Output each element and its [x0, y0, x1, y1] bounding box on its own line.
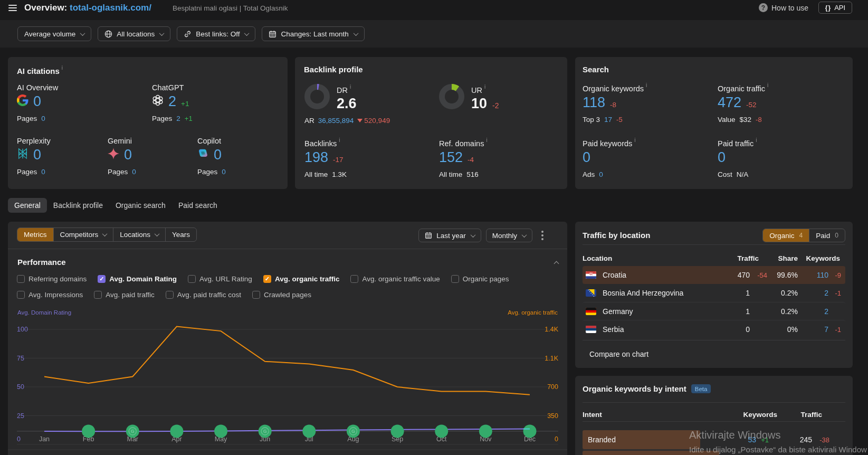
keywords-by-intent-title: Organic keywords by intentBeta [583, 384, 711, 393]
google-update-marker[interactable]: G [347, 424, 360, 438]
metric-checkbox-label: Avg. URL Rating [199, 275, 252, 283]
location-traffic: 1 [746, 289, 750, 297]
how-to-use-link[interactable]: ? How to use [759, 3, 808, 12]
tab-organic-search[interactable]: Organic search [109, 198, 172, 213]
ai-citations-count[interactable]: 0 [214, 147, 222, 163]
info-icon: i [484, 84, 485, 90]
location-row-germany[interactable]: Germany10.2%2 [583, 302, 845, 320]
triangle-down-icon [357, 119, 363, 122]
traffic-by-location-title: Traffic by location [583, 231, 650, 240]
ai-item-copilot: Copilot 0 Pages0 [197, 137, 226, 176]
more-options-kebab-icon[interactable] [537, 228, 548, 243]
braces-icon: {} [825, 4, 831, 12]
segment-locations[interactable]: Locations [113, 228, 166, 241]
ai-citations-count[interactable]: 2 [168, 93, 176, 110]
ai-citations-count[interactable]: 0 [33, 93, 41, 110]
granularity-dropdown[interactable]: Monthly [486, 229, 532, 242]
copilot-icon [197, 147, 209, 163]
metric-checkbox-avg-paid-traffic[interactable]: Avg. paid traffic [94, 291, 155, 299]
changes-filter-dropdown[interactable]: Changes: Last month [262, 26, 364, 41]
google-update-marker[interactable] [479, 424, 492, 438]
organic-count: 4 [799, 232, 803, 239]
ai-citations-title: AI citationsi [17, 65, 63, 75]
google-update-marker[interactable] [82, 424, 95, 438]
tab-backlink-profile[interactable]: Backlink profile [47, 198, 109, 213]
compare-on-chart-link[interactable]: Compare on chart [589, 350, 648, 358]
ai-citations-count[interactable]: 0 [33, 147, 41, 163]
globe-icon [104, 30, 112, 38]
backlink-profile-title: Backlink profile [304, 65, 363, 74]
intent-table-header: Intent Keywords Traffic [583, 407, 845, 421]
google-g-icon: G [351, 429, 355, 434]
toggle-organic[interactable]: Organic4 [763, 229, 809, 242]
metric-checkbox-crawled-pages[interactable]: Crawled pages [252, 291, 311, 299]
chart-period-controls: Last year Monthly [418, 228, 548, 243]
paid-traffic-count[interactable]: 0 [718, 149, 726, 166]
metric-checkbox-avg-url-rating[interactable]: Avg. URL Rating [188, 275, 252, 283]
google-update-marker[interactable] [435, 424, 448, 438]
metric-checkbox-avg-organic-traffic-value[interactable]: Avg. organic traffic value [350, 275, 440, 283]
intent-row-non-branded[interactable]: Non-branded65-9227-45 [583, 450, 845, 455]
google-update-marker[interactable] [391, 424, 404, 438]
hamburger-menu-icon[interactable] [8, 5, 17, 12]
backlinks-stat: Backlinksi 198-17 All time1.3K [304, 137, 347, 178]
paid-keywords-count[interactable]: 0 [583, 149, 590, 166]
api-button[interactable]: {} API [818, 2, 852, 14]
tab-general[interactable]: General [8, 198, 47, 213]
metric-checkbox-referring-domains[interactable]: Referring domains [17, 275, 87, 283]
period-label: Last year [436, 232, 466, 240]
google-update-marker[interactable]: G [259, 424, 272, 438]
pages-count[interactable]: 0 [41, 168, 45, 176]
location-row-croatia[interactable]: Croatia470-5499.6%110-9 [583, 266, 845, 284]
pages-count[interactable]: 0 [132, 168, 136, 176]
metric-checkbox-label: Referring domains [28, 275, 87, 283]
organic-traffic-count[interactable]: 472 [718, 94, 741, 111]
backlinks-delta: -17 [333, 156, 344, 164]
tab-paid-search[interactable]: Paid search [172, 198, 224, 213]
location-keywords: 110 [817, 271, 828, 279]
ar-value[interactable]: 36,855,894 [318, 117, 354, 125]
best-links-filter-dropdown[interactable]: Best links: Off [177, 26, 255, 41]
locations-filter-dropdown[interactable]: All locations [98, 26, 170, 41]
domain-link[interactable]: total-oglasnik.com/ [70, 3, 151, 13]
metric-checkbox-avg-organic-traffic[interactable]: ✓Avg. organic traffic [263, 275, 340, 283]
google-update-marker[interactable] [302, 424, 316, 438]
metric-checkbox-avg-domain-rating[interactable]: ✓Avg. Domain Rating [98, 275, 177, 283]
metric-checkbox-avg-paid-traffic-cost[interactable]: Avg. paid traffic cost [166, 291, 241, 299]
col-keywords: Keywords [719, 411, 777, 419]
google-update-marker[interactable] [214, 424, 227, 438]
volume-filter-dropdown[interactable]: Average volume [17, 26, 91, 41]
period-dropdown[interactable]: Last year [418, 229, 481, 242]
segment-years[interactable]: Years [166, 228, 196, 241]
top3-count[interactable]: 17 [604, 116, 612, 124]
toggle-paid[interactable]: Paid0 [809, 229, 845, 242]
ai-citations-count[interactable]: 0 [124, 147, 132, 163]
pages-count[interactable]: 2 [176, 115, 180, 122]
pages-count[interactable]: 0 [222, 168, 226, 176]
segment-competitors[interactable]: Competitors [54, 228, 114, 241]
performance-line-chart[interactable]: 025507510003507001.1K1.4KJanFebMarAprMay… [8, 317, 567, 455]
info-icon: i [767, 82, 768, 88]
google-update-marker[interactable]: G [126, 424, 139, 438]
alltime-label: All time [304, 170, 328, 178]
left-axis-tick: 100 [17, 326, 28, 333]
segment-metrics[interactable]: Metrics [17, 228, 54, 241]
location-row-bosnia-and-herzegovina[interactable]: Bosnia And Herzegovina10.2%2-1 [583, 284, 845, 302]
google-g-icon: G [131, 429, 135, 434]
intent-row-branded[interactable]: Branded53+1245-38 [583, 430, 845, 450]
organic-keywords-count[interactable]: 118 [583, 94, 605, 111]
backlinks-count[interactable]: 198 [304, 149, 328, 166]
metric-checkbox-avg-impressions[interactable]: Avg. Impressions [17, 291, 83, 299]
right-axis-tick: 700 [547, 383, 558, 391]
metric-checkbox-organic-pages[interactable]: Organic pages [451, 275, 509, 283]
ref-domains-count[interactable]: 152 [439, 149, 463, 166]
info-icon: i [646, 82, 647, 88]
page-title-prefix: Overview: [24, 3, 67, 13]
location-keywords-delta: -9 [828, 271, 841, 279]
pages-count[interactable]: 0 [41, 115, 45, 122]
ads-count[interactable]: 0 [599, 170, 603, 178]
google-update-marker[interactable] [170, 424, 183, 438]
collapse-performance-icon[interactable] [554, 261, 559, 267]
google-update-marker[interactable] [523, 424, 537, 438]
location-row-serbia[interactable]: Serbia00%7-1 [583, 320, 845, 338]
